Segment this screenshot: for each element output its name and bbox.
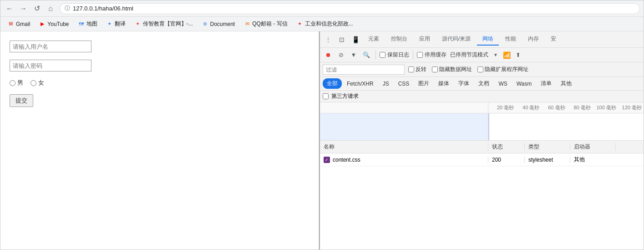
- type-css[interactable]: CSS: [394, 79, 414, 88]
- tick-120: 120 毫秒: [618, 104, 644, 111]
- devtools-toggle-btn[interactable]: ⋮: [322, 33, 335, 46]
- network-filter-input[interactable]: [323, 65, 405, 75]
- waterfall-left: [320, 113, 488, 140]
- preserve-log-group[interactable]: 保留日志: [380, 51, 409, 59]
- tab-elements[interactable]: 元素: [363, 33, 385, 46]
- nav-icons: ← → ↺ ⌂: [4, 3, 56, 14]
- table-row[interactable]: ✓ content.css 200 stylesheet 其他: [320, 153, 644, 166]
- tab-application[interactable]: 应用: [414, 33, 436, 46]
- back-button[interactable]: ←: [4, 3, 15, 14]
- type-doc[interactable]: 文档: [474, 78, 493, 89]
- tab-performance[interactable]: 性能: [500, 33, 522, 46]
- bookmark-youtube-label: YouTube: [47, 21, 69, 27]
- bookmark-qq-label: QQ邮箱 - 写信: [252, 20, 287, 28]
- third-party-checkbox[interactable]: [323, 93, 329, 99]
- clear-button[interactable]: ⊘: [335, 50, 346, 61]
- reload-button[interactable]: ↺: [31, 3, 42, 14]
- timeline-waterfall: 20 毫秒 40 毫秒 60 毫秒 80 毫秒 100 毫秒 120 毫秒: [488, 102, 644, 113]
- disable-cache-group[interactable]: 停用缓存: [417, 51, 446, 59]
- col-status-header[interactable]: 状态: [488, 143, 525, 151]
- preserve-log-checkbox[interactable]: [380, 52, 385, 58]
- col-name-header[interactable]: 名称: [320, 143, 488, 151]
- page-content: 男 女 提交: [0, 31, 319, 250]
- tab-sources[interactable]: 源代码/来源: [436, 33, 476, 46]
- bookmark-industry[interactable]: ✦ 工业和信息化部政...: [293, 19, 357, 29]
- type-wasm[interactable]: Wasm: [512, 79, 536, 88]
- type-media[interactable]: 媒体: [434, 78, 453, 89]
- type-font[interactable]: 字体: [454, 78, 473, 89]
- bookmark-document[interactable]: ⊕ Document: [198, 20, 239, 28]
- timeline-name-col: [320, 102, 488, 113]
- bookmark-chuanzhi[interactable]: ✦ 传智教育【官网】-...: [131, 19, 197, 29]
- hide-data-checkbox-group[interactable]: 隐藏数据网址: [432, 66, 472, 73]
- invert-checkbox[interactable]: [408, 66, 414, 72]
- type-clear[interactable]: 清单: [537, 78, 556, 89]
- wifi-icon: 📶: [503, 51, 511, 59]
- filter-button[interactable]: ▼: [348, 50, 359, 61]
- devtools-content: 20 毫秒 40 毫秒 60 毫秒 80 毫秒 100 毫秒 120 毫秒: [320, 102, 644, 250]
- type-js[interactable]: JS: [379, 79, 393, 88]
- hide-data-checkbox[interactable]: [432, 66, 438, 72]
- submit-group: 提交: [10, 94, 309, 107]
- network-table-header: 名称 状态 类型 启动器: [320, 141, 644, 153]
- tab-memory[interactable]: 内存: [522, 33, 544, 46]
- row-status-cell: 200: [488, 157, 525, 163]
- type-other[interactable]: 其他: [557, 78, 576, 89]
- tick-100: 100 毫秒: [593, 104, 618, 111]
- lock-icon: ⓘ: [65, 5, 70, 12]
- col-type-header[interactable]: 类型: [525, 143, 570, 151]
- forward-button[interactable]: →: [18, 3, 29, 14]
- password-input[interactable]: [10, 60, 91, 71]
- devtools-filter-bar: 反转 隐藏数据网址 隐藏扩展程序网址: [320, 62, 644, 77]
- third-party-label: 第三方请求: [331, 92, 359, 100]
- radio-female[interactable]: [30, 80, 36, 86]
- devtools-device-btn[interactable]: 📱: [349, 33, 362, 46]
- home-button[interactable]: ⌂: [45, 3, 56, 14]
- devtools-inspect-btn[interactable]: ⊡: [335, 33, 348, 46]
- radio-male-label[interactable]: 男: [10, 79, 23, 87]
- bookmark-industry-label: 工业和信息化部政...: [305, 20, 353, 28]
- hide-extensions-checkbox-group[interactable]: 隐藏扩展程序网址: [477, 66, 528, 73]
- maps-icon: 🗺: [78, 21, 85, 27]
- tab-security[interactable]: 安: [545, 33, 562, 46]
- username-group: [10, 41, 309, 52]
- bookmark-youtube[interactable]: ▶ YouTube: [35, 20, 72, 28]
- invert-checkbox-group[interactable]: 反转: [408, 66, 426, 73]
- waterfall-right: [488, 113, 644, 140]
- bookmark-maps[interactable]: 🗺 地图: [75, 19, 101, 29]
- radio-male[interactable]: [10, 80, 15, 86]
- type-ws[interactable]: WS: [494, 79, 511, 88]
- timeline-header: 20 毫秒 40 毫秒 60 毫秒 80 毫秒 100 毫秒 120 毫秒: [320, 102, 644, 113]
- username-input[interactable]: [10, 41, 91, 52]
- timeline-marker: [488, 113, 489, 140]
- submit-button[interactable]: 提交: [10, 94, 33, 107]
- devtools-panel: ⋮ ⊡ 📱 元素 控制台 应用 源代码/来源 网络 性能 内存 安 ⏺ ⊘ ▼ …: [319, 31, 644, 250]
- disable-cache-checkbox[interactable]: [417, 52, 423, 58]
- bookmark-gmail[interactable]: M Gmail: [4, 20, 34, 28]
- bookmark-gmail-label: Gmail: [16, 21, 30, 27]
- search-button[interactable]: 🔍: [361, 50, 372, 61]
- type-fetch[interactable]: Fetch/XHR: [343, 79, 378, 88]
- hide-extensions-checkbox[interactable]: [477, 66, 483, 72]
- row-initiator-cell: 其他: [570, 156, 616, 163]
- tab-network[interactable]: 网络: [477, 33, 499, 46]
- type-img[interactable]: 图片: [414, 78, 433, 89]
- row-name-cell: ✓ content.css: [320, 157, 488, 163]
- throttle-label: 已停用节流模式: [450, 51, 488, 59]
- devtools-toolbar2: ⏺ ⊘ ▼ 🔍 保留日志 停用缓存 已停用节流模式 ▼ 📶 ⬆: [320, 48, 644, 62]
- main-content: 男 女 提交 ⋮ ⊡ 📱 元素 控制台 应用 源代码/来源: [0, 31, 644, 250]
- radio-female-label[interactable]: 女: [30, 79, 44, 87]
- bookmark-qq[interactable]: ✉ QQ邮箱 - 写信: [240, 19, 291, 29]
- gmail-icon: M: [8, 21, 14, 27]
- address-bar[interactable]: ⓘ 127.0.0.1/haha/06.html: [60, 3, 640, 14]
- row-type-cell: stylesheet: [525, 157, 570, 163]
- record-button[interactable]: ⏺: [323, 50, 334, 61]
- bookmark-translate[interactable]: ✦ 翻译: [103, 19, 129, 29]
- upload-button[interactable]: ⬆: [512, 50, 523, 61]
- throttle-dropdown[interactable]: ▼: [490, 50, 501, 61]
- col-initiator-header[interactable]: 启动器: [570, 143, 616, 151]
- document-icon: ⊕: [202, 21, 208, 27]
- nav-bar: ← → ↺ ⌂ ⓘ 127.0.0.1/haha/06.html: [0, 0, 644, 17]
- tab-console[interactable]: 控制台: [385, 33, 413, 46]
- type-all[interactable]: 全部: [323, 78, 342, 89]
